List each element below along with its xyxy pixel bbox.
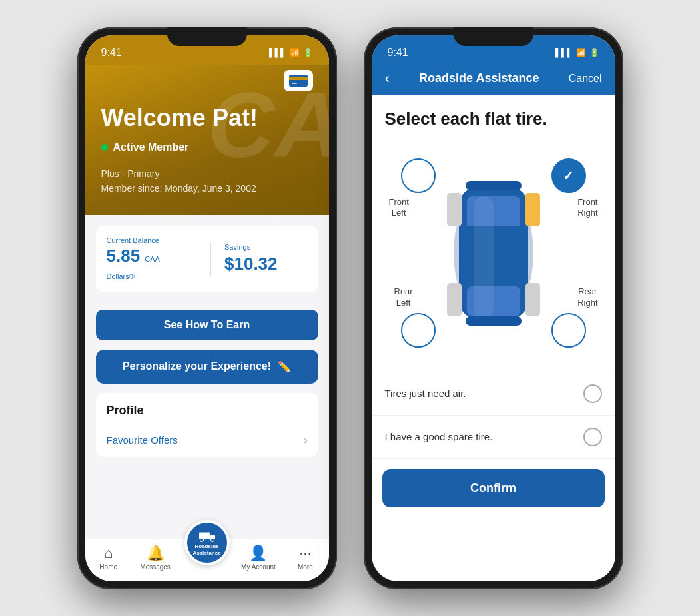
status-icons-right: ▌▌▌ 📶 🔋 bbox=[555, 48, 599, 57]
tab-account[interactable]: 👤 My Account bbox=[235, 545, 282, 571]
tire-front-right-label: FrontRight bbox=[577, 197, 597, 220]
balance-amount: 5.85 CAA Dollars® bbox=[107, 247, 190, 282]
svg-rect-15 bbox=[525, 193, 540, 226]
wifi-icon-right: 📶 bbox=[576, 48, 586, 57]
cancel-button[interactable]: Cancel bbox=[569, 73, 602, 85]
balance-label: Current Balance bbox=[107, 236, 190, 244]
roadside-circle[interactable]: RoadsideAssistance bbox=[184, 520, 230, 565]
favourite-offers-label: Favourite Offers bbox=[107, 434, 178, 446]
profile-divider bbox=[107, 426, 308, 426]
status-time-left: 9:41 bbox=[101, 47, 122, 59]
roadside-header: ‹ Roadside Assistance Cancel bbox=[372, 65, 615, 95]
car-top-view-svg bbox=[440, 160, 547, 346]
wifi-icon: 📶 bbox=[290, 48, 300, 57]
svg-rect-17 bbox=[525, 283, 540, 316]
active-member-label: Active Member bbox=[113, 141, 189, 153]
svg-rect-14 bbox=[447, 193, 462, 226]
svg-rect-18 bbox=[466, 181, 522, 190]
card-icon[interactable] bbox=[284, 70, 313, 91]
tire-front-left-label: FrontLeft bbox=[389, 197, 409, 220]
roadside-label: RoadsideAssistance bbox=[192, 543, 220, 556]
see-how-to-earn-button[interactable]: See How To Earn bbox=[96, 310, 318, 340]
svg-rect-13 bbox=[474, 196, 494, 320]
tire-rear-left-button[interactable] bbox=[401, 313, 436, 348]
status-time-right: 9:41 bbox=[388, 47, 408, 59]
car-diagram: FrontLeft FrontRight bbox=[382, 140, 605, 366]
account-label: My Account bbox=[241, 563, 276, 571]
signal-icon: ▌▌▌ bbox=[269, 48, 286, 57]
svg-point-6 bbox=[210, 538, 214, 541]
notch-right bbox=[454, 27, 533, 46]
air-option-label: Tires just need air. bbox=[385, 388, 466, 399]
tire-rear-left-label: RearLeft bbox=[394, 286, 413, 309]
balance-divider bbox=[210, 242, 211, 276]
balance-section: Current Balance 5.85 CAA Dollars® bbox=[107, 236, 200, 282]
chevron-right-icon: › bbox=[304, 434, 307, 446]
svg-rect-2 bbox=[292, 83, 297, 84]
tab-more[interactable]: ··· More bbox=[282, 545, 328, 571]
tab-bar-left: ⌂ Home 🔔 Messages 👤 My Account ··· More bbox=[85, 539, 329, 581]
spare-option-label: I have a good spare tire. bbox=[385, 431, 493, 442]
options-section: Tires just need air. I have a good spare… bbox=[372, 372, 615, 459]
signal-icon-right: ▌▌▌ bbox=[555, 48, 573, 57]
air-radio[interactable] bbox=[583, 384, 602, 403]
tire-rear-right-label: RearRight bbox=[577, 286, 597, 309]
home-content: Current Balance 5.85 CAA Dollars® Saving… bbox=[85, 215, 329, 539]
member-since-text: Member since: Monday, June 3, 2002 bbox=[101, 181, 313, 196]
left-phone: 9:41 ▌▌▌ 📶 🔋 Welcome Pat! bbox=[77, 27, 337, 589]
back-button[interactable]: ‹ bbox=[385, 70, 390, 87]
savings-label: Savings bbox=[224, 243, 308, 251]
roadside-screen-title: Roadside Assistance bbox=[419, 71, 539, 85]
tire-selector: FrontLeft FrontRight bbox=[372, 140, 615, 366]
select-tire-title: Select each flat tire. bbox=[372, 95, 615, 140]
tab-home[interactable]: ⌂ Home bbox=[85, 545, 132, 571]
spare-option-row[interactable]: I have a good spare tire. bbox=[372, 416, 615, 459]
spare-radio[interactable] bbox=[583, 428, 602, 446]
notch bbox=[167, 27, 247, 46]
roadside-content: Select each flat tire. FrontLeft FrontRi… bbox=[372, 95, 615, 581]
profile-section: Profile Favourite Offers › bbox=[96, 393, 318, 457]
profile-title: Profile bbox=[107, 404, 308, 418]
account-icon: 👤 bbox=[249, 545, 267, 562]
balance-value: 5.85 bbox=[107, 246, 141, 266]
more-icon: ··· bbox=[299, 545, 311, 562]
personalize-button[interactable]: Personalize your Experience! ✏️ bbox=[96, 350, 318, 384]
header-top bbox=[101, 70, 313, 91]
savings-amount: $10.32 bbox=[224, 254, 308, 274]
tab-messages[interactable]: 🔔 Messages bbox=[132, 545, 178, 571]
bell-icon: 🔔 bbox=[147, 545, 165, 562]
tire-rear-right-button[interactable] bbox=[551, 313, 586, 348]
messages-label: Messages bbox=[140, 563, 171, 571]
active-indicator bbox=[101, 144, 108, 151]
svg-rect-19 bbox=[466, 316, 522, 326]
svg-rect-1 bbox=[289, 77, 308, 80]
roadside-fab[interactable]: RoadsideAssistance bbox=[184, 533, 230, 576]
confirm-button[interactable]: Confirm bbox=[382, 469, 605, 507]
left-phone-screen: 9:41 ▌▌▌ 📶 🔋 Welcome Pat! bbox=[85, 35, 329, 581]
battery-icon-right: 🔋 bbox=[589, 48, 599, 57]
home-label: Home bbox=[99, 563, 117, 571]
home-icon: ⌂ bbox=[104, 545, 113, 562]
home-header: Welcome Pat! Active Member Plus - Primar… bbox=[85, 65, 329, 215]
svg-rect-0 bbox=[289, 75, 308, 87]
favourite-offers-row[interactable]: Favourite Offers › bbox=[107, 434, 308, 446]
welcome-text: Welcome Pat! bbox=[101, 105, 313, 131]
balance-card: Current Balance 5.85 CAA Dollars® Saving… bbox=[96, 226, 318, 292]
air-option-row[interactable]: Tires just need air. bbox=[372, 372, 615, 416]
battery-icon: 🔋 bbox=[303, 48, 313, 57]
right-phone-screen: 9:41 ▌▌▌ 📶 🔋 ‹ Roadside Assistance Cance… bbox=[372, 35, 615, 581]
edit-icon: ✏️ bbox=[278, 360, 291, 373]
more-label: More bbox=[298, 563, 313, 571]
tire-front-right-button[interactable] bbox=[551, 158, 586, 193]
personalize-label: Personalize your Experience! bbox=[123, 360, 271, 372]
tire-front-left-button[interactable] bbox=[401, 158, 436, 193]
right-phone: 9:41 ▌▌▌ 📶 🔋 ‹ Roadside Assistance Cance… bbox=[364, 27, 623, 589]
plan-text: Plus - Primary bbox=[101, 166, 313, 181]
status-icons-left: ▌▌▌ 📶 🔋 bbox=[269, 48, 313, 57]
tow-truck-icon bbox=[198, 529, 216, 542]
svg-point-5 bbox=[200, 538, 203, 541]
active-member-row: Active Member bbox=[101, 141, 313, 153]
svg-rect-16 bbox=[447, 283, 462, 316]
member-info: Plus - Primary Member since: Monday, Jun… bbox=[101, 166, 313, 196]
savings-section: Savings $10.32 bbox=[222, 243, 308, 274]
